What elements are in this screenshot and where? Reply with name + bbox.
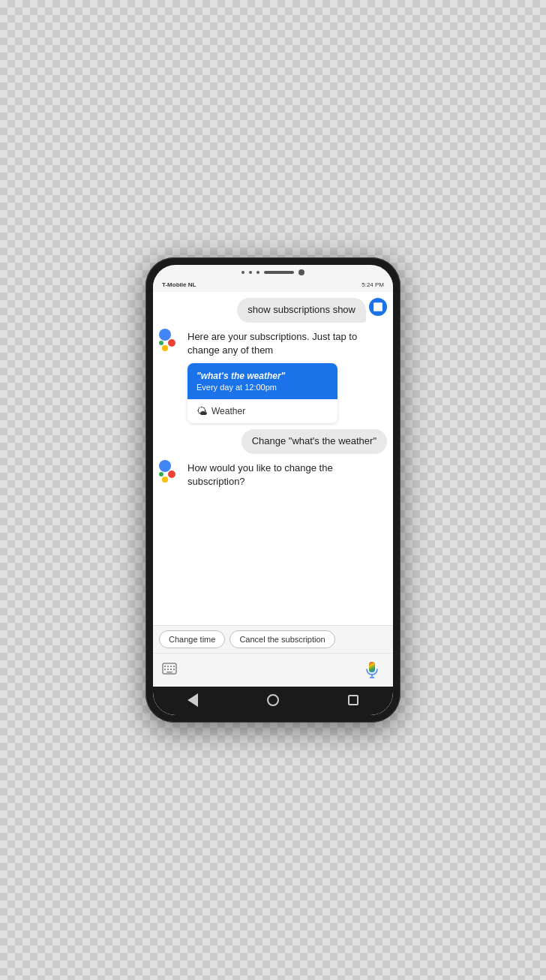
user-message-1-bubble: show subscriptions show (237, 298, 366, 323)
change-time-chip[interactable]: Change time (159, 630, 225, 648)
user-message-2-row: Change "what's the weather" (159, 429, 387, 454)
chips-area: Change time Cancel the subscription (153, 625, 393, 653)
back-icon (188, 693, 198, 707)
recents-icon (348, 695, 358, 705)
svg-rect-3 (167, 666, 169, 667)
dot-green-2 (159, 472, 164, 476)
mic-icon (363, 661, 381, 679)
subscription-card-header: "what's the weather" Every day at 12:00p… (188, 363, 338, 399)
user-message-2-text: Change "what's the weather" (252, 435, 376, 446)
weather-icon: 🌤 (196, 405, 207, 417)
navigation-bar (153, 687, 393, 715)
chat-area: show subscriptions show (153, 292, 393, 625)
phone-notch (153, 265, 393, 277)
phone-screen: T-Mobile NL 5:24 PM show subscriptions s… (153, 265, 393, 715)
assistant-logo (159, 329, 183, 353)
user-message-2-bubble: Change "what's the weather" (242, 429, 387, 454)
cancel-subscription-chip[interactable]: Cancel the subscription (230, 630, 334, 648)
subscription-query: "what's the weather" (196, 371, 328, 381)
svg-rect-10 (166, 672, 172, 673)
microphone-button[interactable] (360, 658, 384, 682)
assistant-logo-2 (159, 460, 183, 484)
home-icon (267, 694, 279, 706)
subscription-service-name: Weather (212, 406, 245, 416)
svg-rect-2 (164, 666, 166, 667)
back-button[interactable] (185, 693, 200, 708)
phone-device: T-Mobile NL 5:24 PM show subscriptions s… (146, 257, 400, 723)
notch-dot (242, 271, 244, 274)
svg-rect-9 (173, 669, 175, 670)
dot-red (168, 339, 176, 347)
dot-yellow-2 (162, 476, 168, 482)
dot-blue (159, 329, 171, 341)
svg-rect-5 (173, 666, 175, 667)
user-icon (373, 302, 383, 312)
user-message-1-row: show subscriptions show (159, 298, 387, 323)
input-bar (153, 653, 393, 687)
status-time: 5:24 PM (362, 281, 384, 288)
svg-rect-7 (167, 669, 169, 670)
front-camera (298, 269, 304, 275)
google-dots (159, 329, 183, 353)
recents-button[interactable] (346, 693, 361, 708)
subscription-card-body: 🌤 Weather (188, 399, 338, 423)
dot-red-2 (168, 470, 176, 478)
subscription-schedule: Every day at 12:00pm (196, 383, 328, 392)
subscription-card[interactable]: "what's the weather" Every day at 12:00p… (188, 363, 338, 423)
assistant-message-1-row: Here are your subscriptions. Just tap to… (159, 329, 387, 357)
svg-rect-8 (170, 669, 172, 670)
assistant-message-1-text: Here are your subscriptions. Just tap to… (188, 329, 387, 357)
user-message-1-text: show subscriptions show (248, 304, 356, 315)
speaker (264, 271, 294, 274)
svg-rect-0 (374, 302, 382, 311)
google-dots-2 (159, 460, 183, 484)
dot-yellow (162, 345, 168, 351)
home-button[interactable] (266, 693, 280, 708)
user-avatar (369, 298, 387, 316)
notch-dot (256, 271, 260, 274)
assistant-message-2-text: How would you like to change the subscri… (188, 460, 387, 488)
status-bar: T-Mobile NL 5:24 PM (153, 277, 393, 292)
dot-green (159, 341, 164, 345)
svg-rect-6 (164, 669, 166, 670)
assistant-message-2-row: How would you like to change the subscri… (159, 460, 387, 488)
status-right: 5:24 PM (362, 281, 384, 288)
keyboard-icon[interactable] (162, 663, 177, 678)
svg-rect-4 (170, 666, 172, 667)
carrier-label: T-Mobile NL (162, 281, 196, 288)
notch-dot (249, 271, 252, 274)
